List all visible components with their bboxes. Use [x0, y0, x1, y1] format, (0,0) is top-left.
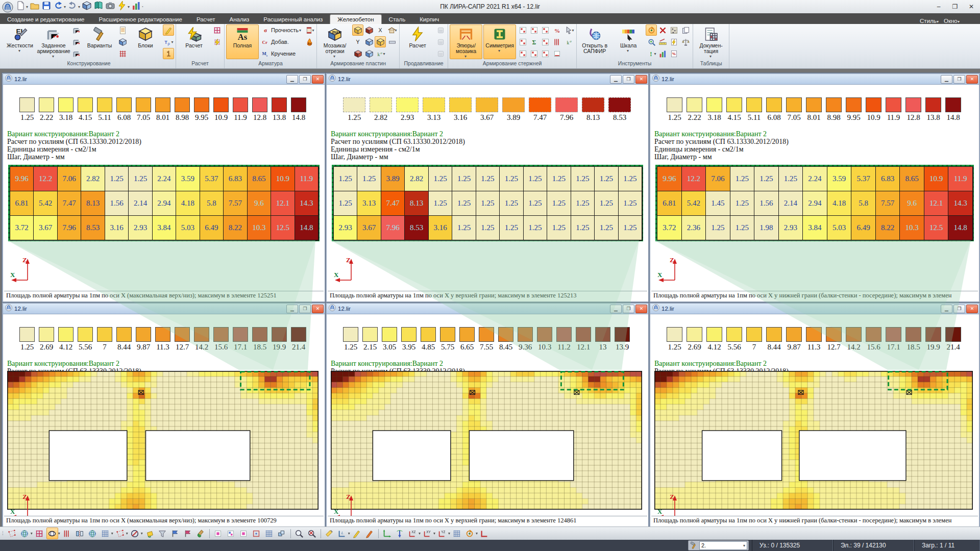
toolbar-drag-handle[interactable]: ⁞ — [2, 531, 4, 536]
scale-button[interactable]: Шкала▾ — [612, 24, 645, 59]
bar-sel-3-button[interactable] — [540, 24, 551, 36]
tab-8[interactable]: Кирпич — [412, 15, 446, 24]
window-close-button[interactable]: ✕ — [635, 305, 647, 313]
frame-grid-button[interactable] — [263, 528, 275, 539]
save-button[interactable] — [41, 2, 52, 12]
minimize-button[interactable]: – — [931, 2, 946, 12]
document-view[interactable]: 1.252.223.184.155.116.087.058.018.989.95… — [651, 85, 978, 300]
percent-doc-button[interactable]: % — [668, 48, 679, 59]
window-restore-button[interactable]: ❐ — [623, 305, 634, 313]
ruler-scale-button[interactable] — [657, 36, 668, 47]
red-grid-button[interactable] — [117, 48, 128, 59]
corner-red-button[interactable] — [479, 528, 491, 539]
menu-окно[interactable]: Окно ▾ — [944, 18, 960, 24]
window-minimize-button[interactable]: ▁ — [941, 75, 952, 84]
tab-7[interactable]: Сталь — [382, 15, 413, 24]
apm-button[interactable] — [435, 24, 446, 36]
assigned-reinforcement-button[interactable]: Заданное армирование▾ — [37, 24, 70, 59]
k-small-button[interactable]: kσ — [564, 36, 575, 47]
window-close-button[interactable]: ✕ — [312, 75, 324, 84]
flag-swap-button[interactable] — [169, 528, 181, 539]
calc-button[interactable]: Расчет — [178, 24, 210, 59]
symmetry-button[interactable]: Симметрия▾ — [483, 24, 516, 59]
bars-button[interactable] — [551, 36, 562, 47]
sum-button[interactable]: Σ — [528, 36, 540, 47]
tab-6[interactable]: Железобетон — [330, 14, 381, 24]
grid-axis-button[interactable] — [451, 528, 463, 539]
documentation-button[interactable]: Докумен- тация▾ — [695, 24, 727, 59]
l-dim-button[interactable]: L — [336, 528, 348, 539]
full-reinforcement-button[interactable]: AsПолная — [226, 24, 259, 59]
bar-sel-1-button[interactable] — [517, 24, 528, 36]
axis-xy-button[interactable]: XY — [422, 528, 433, 539]
pencil-red-button[interactable] — [364, 528, 376, 539]
punching-calc-button[interactable]: Расчет — [401, 24, 434, 59]
cylinder-button[interactable] — [61, 528, 73, 539]
tp-button[interactable]: Tp▾ — [163, 36, 174, 47]
axis-yz-button[interactable]: YZ — [436, 528, 448, 539]
sphere2-button[interactable] — [87, 528, 99, 539]
document-view[interactable]: 1.252.223.184.155.116.087.058.018.989.95… — [4, 85, 324, 300]
stiffness-button[interactable]: EIЖесткости▾ — [4, 24, 36, 59]
pencil-yellow-button[interactable] — [351, 528, 363, 539]
tab-4[interactable]: Анализ — [223, 15, 257, 24]
mesh-canvas[interactable] — [654, 371, 973, 510]
strength-button[interactable]: σПрочность▾ — [260, 24, 303, 36]
rebar-node-button[interactable] — [71, 48, 82, 59]
qat-overflow-icon[interactable]: ⹀ — [142, 4, 143, 9]
additional-button[interactable]: CrДобав. — [260, 36, 303, 47]
document-view[interactable]: 1.252.694.125.5678.449.8711.312.714.215.… — [4, 315, 324, 525]
mesh-canvas[interactable] — [7, 371, 318, 510]
sphere-view-button[interactable] — [19, 528, 31, 539]
flag-red-button[interactable] — [182, 528, 194, 539]
node-pink2-button[interactable] — [238, 528, 250, 539]
cube-g3-button[interactable] — [352, 48, 363, 59]
camera-button[interactable] — [105, 2, 115, 12]
menu-стиль[interactable]: Стиль ▾ — [920, 18, 939, 24]
undo-button[interactable] — [53, 2, 63, 12]
node-pink-button[interactable] — [212, 528, 224, 539]
cap-button[interactable] — [435, 48, 446, 59]
pencil-plus-button[interactable] — [163, 24, 174, 36]
window-minimize-button[interactable]: ▁ — [286, 305, 298, 313]
ka-button[interactable] — [435, 36, 446, 47]
tab-1[interactable]: Создание и редактирование — [0, 15, 92, 24]
tab-3[interactable]: Расчет — [189, 15, 223, 24]
bar-sel-6-button[interactable] — [517, 48, 528, 59]
pointer-k-button[interactable]: ▾ — [564, 24, 575, 36]
rebar-plate-button[interactable] — [71, 24, 82, 36]
exclaim-button[interactable]: !▾ — [646, 48, 657, 59]
cube-multi-button[interactable] — [276, 528, 288, 539]
tab-2[interactable]: Расширенное редактирование — [92, 15, 189, 24]
redo-button[interactable] — [67, 2, 78, 12]
open-sapfir-button[interactable]: Открыть в САПФИР — [578, 24, 611, 59]
delete-result-button[interactable] — [657, 24, 668, 36]
bolt-grid-button[interactable] — [211, 36, 223, 47]
cube-g1-button[interactable] — [363, 36, 375, 47]
mesh-grid-button[interactable] — [100, 528, 111, 539]
window-minimize-button[interactable]: ▁ — [610, 305, 622, 313]
book-button[interactable] — [93, 2, 104, 12]
mosaic-segments-button[interactable]: maxМозаика/ отрезки▾ — [318, 24, 351, 59]
window-restore-button[interactable]: ❐ — [953, 75, 965, 84]
document-view[interactable]: 1.252.694.125.5678.449.8711.312.714.215.… — [651, 315, 978, 525]
window-close-button[interactable]: ✕ — [966, 305, 978, 313]
roof-button[interactable]: ▾ — [386, 24, 398, 36]
percent-button[interactable]: % — [551, 24, 562, 36]
underline-button[interactable] — [551, 48, 562, 59]
window-close-button[interactable]: ✕ — [312, 305, 324, 313]
doc-list-button[interactable] — [117, 24, 128, 36]
chart-small-button[interactable] — [657, 48, 668, 59]
zoom-off-button[interactable] — [306, 528, 318, 539]
abacus-button[interactable] — [668, 24, 679, 36]
window-restore-button[interactable]: ❐ — [299, 305, 311, 313]
restore-button[interactable]: ❐ — [947, 2, 963, 12]
cube-dark-button[interactable] — [363, 24, 375, 36]
libra-button[interactable] — [680, 36, 691, 47]
y-axis-button[interactable]: Y — [352, 36, 363, 47]
bar-sel-5-button[interactable] — [540, 36, 551, 47]
section-button[interactable]: ▾ — [304, 24, 315, 36]
bucket-button[interactable] — [144, 528, 156, 539]
document-view[interactable]: 1.252.822.933.133.163.673.897.477.968.13… — [328, 85, 647, 300]
zoom-rotate-button[interactable] — [646, 36, 657, 47]
